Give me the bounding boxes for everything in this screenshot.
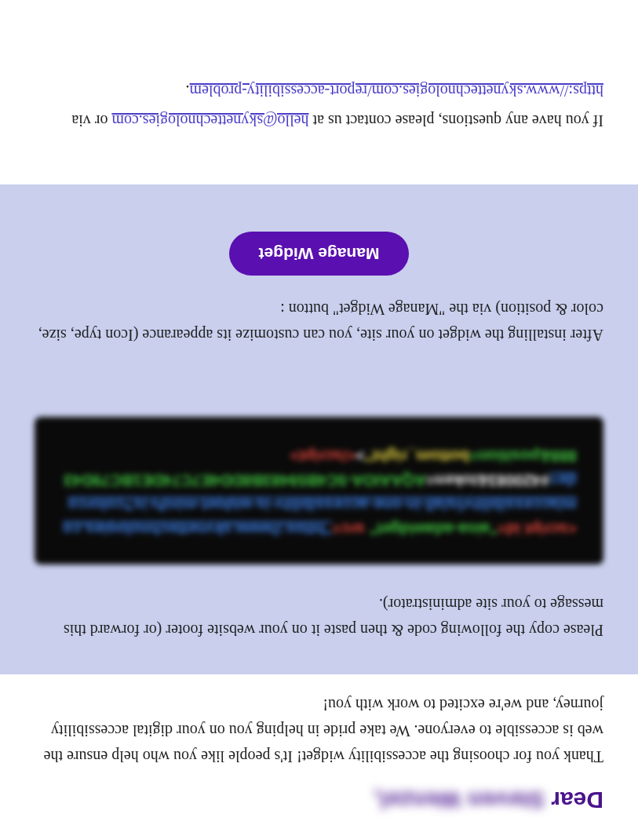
contact-end: .	[186, 82, 190, 100]
code-token: "aioa-adawidget"	[365, 520, 498, 538]
footer-section: If you have any questions, please contac…	[0, 53, 638, 184]
greeting-prefix: Dear	[545, 787, 603, 813]
contact-mid: or via	[71, 112, 111, 130]
intro-paragraph: Thank you for choosing the accessibility…	[35, 692, 603, 769]
email-body: Dear Steven Wenzel, Thank you for choosi…	[0, 53, 638, 840]
contact-paragraph: If you have any questions, please contac…	[35, 76, 603, 136]
contact-url-link[interactable]: https://www.skynettechnologies.com/repor…	[190, 82, 603, 100]
greeting-name: Steven Wenzel,	[374, 787, 545, 813]
code-token: src=	[332, 520, 365, 538]
code-token: >	[355, 447, 365, 465]
code-token: </script>	[290, 447, 355, 465]
code-token: #420083&token=	[426, 472, 549, 489]
greeting-line: Dear Steven Wenzel,	[35, 787, 603, 813]
code-token: <script id=	[498, 520, 577, 538]
copy-instruction: Please copy the following code & then pa…	[35, 591, 603, 643]
header-section: Dear Steven Wenzel, Thank you for choosi…	[0, 674, 638, 840]
contact-pre: If you have any questions, please contac…	[309, 112, 603, 130]
contact-email-link[interactable]: hello@skynettechnologies.com	[111, 112, 308, 130]
button-row: Manage Widget	[35, 232, 603, 276]
manage-widget-button[interactable]: Manage Widget	[229, 232, 410, 276]
instructions-section: Please copy the following code & then pa…	[0, 184, 638, 674]
code-token: bottom_right"	[365, 447, 469, 465]
code-snippet[interactable]: <script id="aioa-adawidget" src="https:/…	[35, 417, 603, 564]
customize-instruction: After installing the widget on your site…	[35, 296, 603, 348]
